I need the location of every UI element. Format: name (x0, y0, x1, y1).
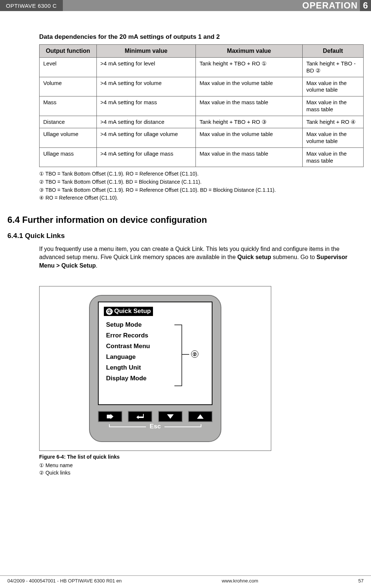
table-row: Mass >4 mA setting for mass Max value in… (40, 96, 364, 116)
footnote: ② TBO = Tank Bottom Offset (C.1.9). BD =… (39, 178, 364, 186)
device-display: ①Quick Setup Setup Mode Error Records Co… (89, 295, 221, 442)
cell-def: Max value in the mass table (302, 96, 363, 116)
footnote: ③ TBO = Tank Bottom Offset (C.1.9). RO =… (39, 186, 364, 194)
product-name: OPTIWAVE 6300 C (6, 3, 57, 9)
arrow-down-icon (167, 414, 174, 419)
table-footnotes: ① TBO = Tank Bottom Offset (C.1.9). RO =… (39, 170, 364, 202)
cell-fn: Mass (40, 96, 97, 116)
cell-min: >4 mA setting for mass (96, 96, 195, 116)
cell-def: Max value in the mass table (302, 147, 363, 167)
esc-bar: Esc (98, 423, 212, 430)
cell-def: Tank height + TBO - BD ② (302, 58, 363, 77)
cell-def: Tank height + RO ④ (302, 116, 363, 128)
cell-min: >4 mA setting for distance (96, 116, 195, 128)
page-header: OPTIWAVE 6300 C OPERATION 6 (0, 0, 371, 11)
th-minimum: Minimum value (96, 45, 195, 58)
table-row: Distance >4 mA setting for distance Tank… (40, 116, 364, 128)
cell-min: >4 mA setting for ullage volume (96, 128, 195, 148)
cell-def: Max value in the volume table (302, 77, 363, 96)
cell-max: Max value in the volume table (196, 77, 303, 96)
screen-title: Quick Setup (114, 307, 151, 315)
figure-6-4: ①Quick Setup Setup Mode Error Records Co… (39, 286, 271, 451)
nav-up-button[interactable] (188, 411, 212, 422)
footnote: ① TBO = Tank Bottom Offset (C.1.9). RO =… (39, 170, 364, 178)
table-row: Level >4 mA setting for level Tank heigh… (40, 58, 364, 77)
body-text: . (96, 262, 97, 269)
nav-enter-button[interactable] (128, 411, 152, 422)
figure-notes: ① Menu name ② Quick links (39, 462, 364, 476)
table-title: Data dependencies for the 20 mA settings… (39, 33, 364, 41)
page-footer: 04/2009 - 4000547001 - HB OPTIWAVE 6300 … (0, 575, 371, 584)
footer-left: 04/2009 - 4000547001 - HB OPTIWAVE 6300 … (7, 578, 122, 584)
section-heading-64: 6.4 Further information on device config… (7, 215, 364, 225)
cell-fn: Level (40, 58, 97, 77)
cell-def: Max value in the volume table (302, 128, 363, 148)
cell-max: Max value in the volume table (196, 128, 303, 148)
cell-min: >4 mA setting for volume (96, 77, 195, 96)
table-row: Volume >4 mA setting for volume Max valu… (40, 77, 364, 96)
nav-right-button[interactable] (98, 411, 122, 422)
product-tab: OPTIWAVE 6300 C (0, 0, 63, 11)
cell-fn: Volume (40, 77, 97, 96)
table-header-row: Output function Minimum value Maximum va… (40, 45, 364, 58)
bracket-icon (174, 323, 192, 390)
svg-marker-1 (167, 414, 174, 419)
figure-note: ① Menu name (39, 462, 364, 469)
cell-min: >4 mA setting for ullage mass (96, 147, 195, 167)
svg-marker-2 (197, 414, 204, 419)
footer-page-number: 57 (358, 578, 364, 584)
cell-max: Tank height + TBO + RO ③ (196, 116, 303, 128)
marker-1-icon: ① (106, 308, 113, 315)
figure-note: ② Quick links (39, 469, 364, 477)
chapter-number: 6 (360, 0, 371, 11)
arrow-right-icon (107, 414, 113, 419)
svg-marker-0 (107, 414, 113, 419)
section-title: OPERATION (302, 0, 358, 11)
cell-fn: Ullage mass (40, 147, 97, 167)
cell-max: Max value in the mass table (196, 96, 303, 116)
device-screen: ①Quick Setup Setup Mode Error Records Co… (98, 302, 212, 405)
table-row: Ullage mass >4 mA setting for ullage mas… (40, 147, 364, 167)
header-right: OPERATION 6 (302, 0, 371, 11)
cell-min: >4 mA setting for level (96, 58, 195, 77)
nav-button-row (98, 411, 212, 422)
enter-icon (136, 414, 144, 419)
th-output-function: Output function (40, 45, 97, 58)
table-row: Ullage volume >4 mA setting for ullage v… (40, 128, 364, 148)
dependencies-table: Output function Minimum value Maximum va… (39, 44, 364, 167)
page-content: Data dependencies for the 20 mA settings… (0, 11, 371, 476)
arrow-up-icon (197, 414, 204, 419)
esc-line-icon (164, 426, 201, 427)
cell-fn: Ullage volume (40, 128, 97, 148)
figure-caption: Figure 6-4: The list of quick links (39, 454, 364, 460)
body-text: submenu. Go to (271, 254, 317, 260)
body-bold: Quick setup (237, 254, 271, 260)
esc-line-icon (109, 426, 146, 427)
footnote: ④ RO = Reference Offset (C1.10). (39, 194, 364, 202)
body-paragraph: If you frequently use a menu item, you c… (39, 245, 364, 270)
cell-max: Tank height + TBO + RO ① (196, 58, 303, 77)
section-heading-641: 6.4.1 Quick Links (7, 232, 364, 240)
th-default: Default (302, 45, 363, 58)
th-maximum: Maximum value (196, 45, 303, 58)
cell-max: Max value in the mass table (196, 147, 303, 167)
screen-title-bar: ①Quick Setup (104, 307, 153, 316)
nav-down-button[interactable] (158, 411, 183, 422)
cell-fn: Distance (40, 116, 97, 128)
esc-label: Esc (147, 423, 163, 430)
footer-center: www.krohne.com (222, 578, 258, 584)
